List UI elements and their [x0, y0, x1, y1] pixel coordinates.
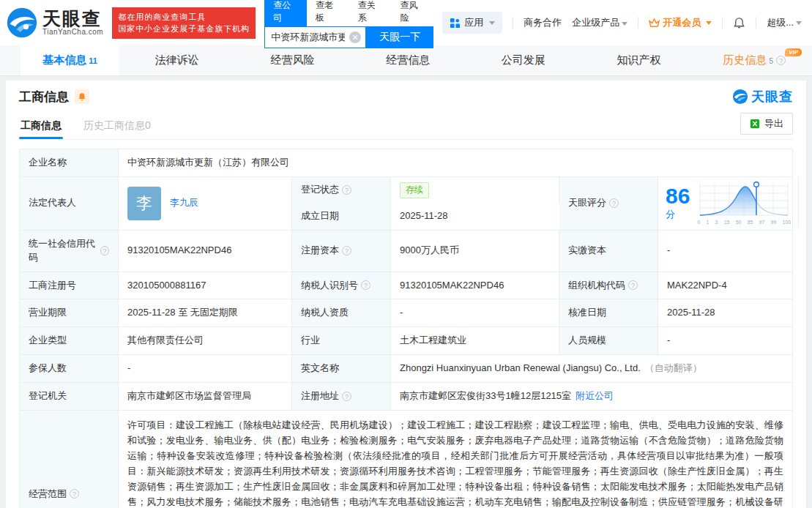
search-tab-company[interactable]: 查公司	[264, 0, 307, 26]
registration-info-table: 企业名称 中资环新源城市更新（江苏）有限公司 法定代表人 李 李九辰 登记状态?…	[19, 149, 793, 508]
table-row: 营业期限 2025-11-28 至 无固定期限 纳税人资质 - 核准日期 202…	[20, 299, 792, 327]
vip-label: 开通会员	[663, 16, 701, 29]
menu-cooperation[interactable]: 商务合作	[524, 16, 562, 29]
tab-label: 经营信息	[386, 53, 430, 67]
taxpayer-id-label: 纳税人识别号?	[292, 272, 391, 299]
section-title: 工商信息	[19, 89, 69, 105]
subtab-history-business-info[interactable]: 历史工商信息0	[82, 115, 152, 139]
export-button[interactable]: 导出	[740, 113, 793, 135]
company-name-value: 中资环新源城市更新（江苏）有限公司	[119, 149, 792, 176]
tab-label: 基本信息	[42, 53, 86, 67]
apps-grid-icon	[450, 18, 461, 29]
super-vip-menu[interactable]: 超级...	[767, 16, 802, 29]
subscribe-bell-button[interactable]	[75, 89, 89, 104]
staff-size-label: 人员规模	[559, 327, 658, 354]
help-icon[interactable]: ?	[361, 280, 370, 290]
score-label: 天眼评分?	[559, 177, 658, 230]
tab-operating-risk[interactable]: 经营风险	[235, 45, 351, 75]
tab-basic-info[interactable]: 基本信息 11	[21, 45, 119, 75]
bell-icon	[78, 92, 86, 101]
subtab-business-info[interactable]: 工商信息	[19, 115, 63, 139]
help-icon[interactable]: ?	[609, 198, 619, 208]
logo-title: 天眼查	[42, 10, 103, 28]
table-row: 法定代表人 李 李九辰 登记状态? 存续 天眼评分? 86分	[20, 177, 792, 231]
help-icon[interactable]: ?	[628, 280, 638, 290]
approval-date-value: 2025-11-28	[658, 299, 792, 326]
watermark-text: 天眼查	[751, 88, 793, 105]
help-icon[interactable]: ?	[342, 246, 351, 255]
nearby-companies-link[interactable]: 附近公司	[576, 389, 614, 403]
help-icon[interactable]: ?	[100, 246, 109, 255]
business-scope-value: 许可项目：建设工程施工（除核电站建设经营、民用机场建设）；建设工程施工；建设工程…	[119, 411, 792, 508]
reg-capital-label: 注册资本?	[292, 231, 391, 272]
slogan-line-2: 国家中小企业发展子基金旗下机构	[118, 23, 250, 35]
reg-number-label: 工商注册号	[20, 272, 119, 299]
org-code-label: 组织机构代码?	[559, 272, 658, 299]
table-row: 经营范围? 许可项目：建设工程施工（除核电站建设经营、民用机场建设）；建设工程施…	[20, 411, 792, 508]
score-number: 86	[666, 184, 690, 208]
chevron-down-icon	[796, 21, 802, 25]
reg-authority-label: 登记机关	[20, 383, 119, 410]
insured-count-label: 参保人数	[20, 355, 119, 382]
table-row: 企业名称 中资环新源城市更新（江苏）有限公司	[20, 149, 792, 177]
menu-enterprise-products[interactable]: 企业级产品	[572, 16, 627, 29]
divider	[638, 17, 638, 29]
logo-swirl-icon	[732, 89, 748, 105]
search-tab-boss[interactable]: 查老板	[307, 0, 349, 26]
reg-address-value: 南京市建邺区宏俊街33号1幢12层1215室 附近公司	[391, 383, 792, 410]
tab-company-development[interactable]: 公司发展	[466, 45, 581, 75]
help-icon[interactable]: ?	[342, 392, 351, 401]
company-name-label: 企业名称	[20, 149, 119, 176]
company-type-value: 其他有限责任公司	[119, 327, 292, 354]
notifications-button[interactable]	[733, 17, 745, 29]
super-vip-label: 超级...	[767, 16, 794, 29]
tab-legal[interactable]: 法律诉讼	[119, 45, 235, 75]
logo-swirl-icon	[6, 7, 38, 39]
avatar[interactable]: 李	[127, 187, 161, 220]
help-icon[interactable]: ?	[70, 489, 79, 498]
search-tab-relation[interactable]: 查关系	[349, 0, 392, 26]
chevron-down-icon	[706, 21, 712, 25]
tab-intellectual-property[interactable]: 知识产权	[581, 45, 697, 75]
tab-label: 历史信息	[723, 53, 767, 67]
table-row: 企业类型 其他有限责任公司 行业 土木工程建筑业 人员规模 -	[20, 327, 792, 355]
tianyancha-watermark: 天眼查	[732, 88, 793, 105]
business-scope-text: 许可项目：建设工程施工（除核电站建设经营、民用机场建设）；建设工程施工；建设工程…	[127, 417, 783, 508]
insured-count-value: -	[119, 355, 292, 382]
reg-capital-value: 9000万人民币	[391, 231, 559, 272]
english-name-text: Zhongzi Huanxinyuan Urban Renewal (Jiang…	[400, 362, 641, 376]
score-value[interactable]: 86分	[658, 177, 799, 230]
tab-history-info[interactable]: VIP 历史信息 5 ?	[696, 45, 812, 75]
reg-status-label: 登记状态?	[292, 177, 391, 203]
tianyancha-logo[interactable]: 天眼查 TianYanCha.com	[6, 7, 103, 39]
tab-label: 经营风险	[271, 53, 315, 67]
credit-code-label: 统一社会信用代码?	[20, 231, 119, 272]
table-row: 工商注册号 320105000881167 纳税人识别号? 91320105MA…	[20, 272, 792, 300]
open-vip-button[interactable]: 开通会员	[649, 16, 712, 29]
search-area: 查公司 查老板 查关系 查风险 ✕ 天眼一下	[264, 0, 433, 48]
vip-badge: VIP	[785, 48, 802, 56]
table-row: 参保人数 - 英文名称 Zhongzi Huanxinyuan Urban Re…	[20, 355, 792, 383]
taxpayer-quality-label: 纳税人资质	[292, 299, 391, 326]
business-info-section: 工商信息 天眼查 工商信息 历史工商信息0 导出	[6, 81, 806, 508]
help-icon[interactable]: ?	[776, 56, 786, 65]
establish-date-label: 成立日期	[292, 203, 391, 230]
legal-rep-link[interactable]: 李九辰	[170, 196, 198, 210]
business-term-value: 2025-11-28 至 无固定期限	[119, 299, 292, 326]
crown-icon	[649, 18, 660, 28]
company-type-label: 企业类型	[20, 327, 119, 354]
divider	[756, 17, 756, 29]
apps-menu[interactable]: 应用	[442, 12, 502, 34]
score-distribution-chart: 0131550859799100	[697, 180, 791, 226]
english-name-label: 英文名称	[292, 355, 391, 382]
score-unit: 分	[666, 209, 675, 220]
chevron-down-icon	[622, 22, 627, 26]
reg-authority-value: 南京市建邺区市场监督管理局	[119, 383, 292, 410]
legal-rep-label: 法定代表人	[20, 177, 119, 230]
tab-operating-info[interactable]: 经营信息	[350, 45, 466, 75]
reg-number-value: 320105000881167	[119, 272, 292, 299]
table-row: 登记机关 南京市建邺区市场监督管理局 注册地址? 南京市建邺区宏俊街33号1幢1…	[20, 383, 792, 411]
tab-count: 11	[89, 56, 97, 65]
help-icon[interactable]: ?	[342, 185, 351, 195]
search-tab-risk[interactable]: 查风险	[391, 0, 433, 26]
